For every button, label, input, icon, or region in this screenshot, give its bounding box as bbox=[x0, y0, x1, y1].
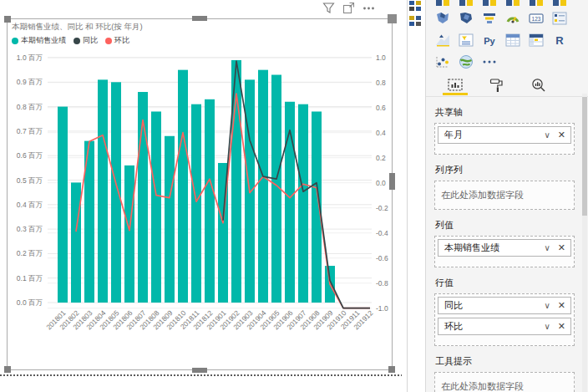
collapsed-pane-strip[interactable] bbox=[408, 0, 425, 392]
combo-chart-plot[interactable]: 1.0 百万0.9 百万0.8 百万0.7 百万0.6 百万0.5 百万0.4 … bbox=[8, 19, 393, 370]
field-pill[interactable]: 同比∨✕ bbox=[438, 297, 571, 314]
gauge-icon[interactable] bbox=[504, 10, 521, 27]
multi-row-card-icon[interactable] bbox=[551, 10, 568, 27]
svg-text:0.2 百万: 0.2 百万 bbox=[17, 249, 43, 257]
svg-text:0.5 百万: 0.5 百万 bbox=[17, 176, 43, 185]
cropped-visual-icon[interactable] bbox=[458, 0, 474, 6]
legend-label: 环比 bbox=[114, 35, 129, 46]
svg-text:-0.6: -0.6 bbox=[376, 254, 388, 262]
combo-chart-visual[interactable]: 1.0 百万0.9 百万0.8 百万0.7 百万0.6 百万0.5 百万0.4 … bbox=[7, 18, 393, 370]
shape-map-icon[interactable] bbox=[458, 10, 474, 27]
resize-handle-bottom-left[interactable] bbox=[4, 366, 11, 373]
svg-text:-0.4: -0.4 bbox=[376, 229, 388, 237]
cropped-visual-icon[interactable] bbox=[434, 0, 451, 6]
resize-handle-top-center[interactable] bbox=[192, 16, 207, 21]
focus-mode-icon[interactable] bbox=[342, 2, 355, 14]
chart-legend: 本期销售业绩同比环比 bbox=[12, 35, 129, 46]
arcgis-map-icon[interactable] bbox=[458, 53, 474, 70]
well-drop-zone[interactable]: 在此处添加数据字段 bbox=[434, 181, 575, 210]
well-label: 列序列 bbox=[435, 164, 575, 176]
gallery-row bbox=[434, 51, 588, 73]
filter-icon[interactable] bbox=[322, 2, 335, 14]
field-pill[interactable]: 环比∨✕ bbox=[438, 318, 571, 335]
cropped-visual-icon[interactable] bbox=[481, 0, 498, 6]
table-icon[interactable] bbox=[504, 32, 521, 48]
collapsed-pane-glyphs bbox=[409, 1, 422, 11]
remove-field-icon[interactable]: ✕ bbox=[558, 300, 565, 311]
field-pill-label: 年月 bbox=[444, 129, 463, 141]
svg-text:0.4: 0.4 bbox=[376, 129, 386, 137]
legend-label: 同比 bbox=[83, 35, 98, 46]
well-drop-zone[interactable]: 同比∨✕环比∨✕ bbox=[434, 293, 575, 346]
resize-handle-bottom-center[interactable] bbox=[192, 368, 207, 373]
field-pill[interactable]: 本期销售业绩∨✕ bbox=[438, 239, 571, 257]
chevron-down-icon[interactable]: ∨ bbox=[544, 322, 550, 331]
well-label: 列值 bbox=[435, 219, 575, 232]
resize-handle-top-left[interactable] bbox=[4, 16, 11, 23]
remove-field-icon[interactable]: ✕ bbox=[558, 242, 565, 253]
filled-map-icon[interactable] bbox=[434, 10, 451, 27]
svg-text:R: R bbox=[555, 34, 564, 47]
cropped-visual-icon[interactable] bbox=[504, 0, 521, 6]
field-pill-label: 环比 bbox=[444, 320, 463, 333]
visual-gallery: 123PyR bbox=[426, 0, 588, 73]
visual-header-toolbar bbox=[322, 2, 375, 14]
more-options-icon[interactable] bbox=[362, 5, 375, 12]
gallery-row-cropped bbox=[434, 0, 588, 8]
remove-field-icon[interactable]: ✕ bbox=[558, 130, 565, 140]
svg-text:0.3 百万: 0.3 百万 bbox=[17, 225, 43, 233]
svg-text:0.6: 0.6 bbox=[376, 104, 386, 112]
well-drop-zone[interactable]: 本期销售业绩∨✕ bbox=[434, 236, 575, 267]
legend-dot bbox=[74, 38, 80, 44]
field-pill-label: 本期销售业绩 bbox=[444, 242, 499, 254]
r-script-icon[interactable]: R bbox=[551, 32, 568, 48]
funnel-icon[interactable] bbox=[481, 10, 498, 27]
paginated-report-icon[interactable] bbox=[434, 53, 451, 70]
tab-format[interactable] bbox=[486, 77, 508, 94]
more-visuals-icon[interactable] bbox=[481, 53, 498, 70]
chevron-down-icon[interactable]: ∨ bbox=[544, 130, 550, 140]
pane-scrollbar[interactable] bbox=[582, 94, 587, 392]
well-label: 工具提示 bbox=[435, 355, 575, 368]
report-canvas[interactable]: 1.0 百万0.9 百万0.8 百万0.7 百万0.6 百万0.5 百万0.4 … bbox=[0, 0, 408, 392]
svg-text:0.9 百万: 0.9 百万 bbox=[17, 78, 43, 86]
svg-text:0.6 百万: 0.6 百万 bbox=[17, 151, 43, 160]
legend-item[interactable]: 本期销售业绩 bbox=[12, 35, 66, 46]
cropped-visual-icon[interactable] bbox=[528, 0, 545, 6]
gallery-row: 123 bbox=[434, 8, 588, 29]
svg-text:0.0: 0.0 bbox=[376, 179, 386, 187]
chevron-down-icon[interactable]: ∨ bbox=[544, 301, 550, 310]
tab-fields[interactable] bbox=[444, 77, 466, 94]
resize-handle-top-right[interactable] bbox=[388, 14, 397, 23]
remove-field-icon[interactable]: ✕ bbox=[558, 321, 565, 332]
powerbi-window: 1.0 百万0.9 百万0.8 百万0.7 百万0.6 百万0.5 百万0.4 … bbox=[0, 0, 588, 392]
well-drop-zone[interactable]: 在此处添加数据字段 bbox=[434, 372, 575, 392]
chevron-down-icon[interactable]: ∨ bbox=[544, 243, 550, 252]
well-label: 行值 bbox=[435, 277, 575, 289]
legend-item[interactable]: 同比 bbox=[74, 35, 98, 46]
legend-item[interactable]: 环比 bbox=[105, 35, 129, 46]
page-boundary-dotted-line bbox=[0, 374, 402, 376]
resize-handle-right-middle[interactable] bbox=[389, 173, 395, 190]
svg-text:-0.2: -0.2 bbox=[376, 204, 388, 212]
svg-text:0.7 百万: 0.7 百万 bbox=[17, 127, 43, 135]
resize-handle-bottom-right[interactable] bbox=[388, 366, 395, 373]
kpi-icon[interactable] bbox=[434, 32, 451, 48]
well-drop-zone[interactable]: 年月∨✕ bbox=[434, 123, 575, 155]
well-placeholder: 在此处添加数据字段 bbox=[438, 375, 571, 392]
field-pill[interactable]: 年月∨✕ bbox=[438, 126, 571, 144]
python-visual-icon[interactable]: Py bbox=[481, 32, 498, 48]
cropped-visual-icon[interactable] bbox=[551, 0, 568, 6]
tab-analytics[interactable] bbox=[528, 77, 550, 94]
pane-tabs bbox=[426, 73, 588, 94]
legend-dot bbox=[105, 38, 112, 44]
field-pill-label: 同比 bbox=[444, 299, 463, 312]
svg-text:-1.0: -1.0 bbox=[376, 304, 388, 313]
slicer-icon[interactable] bbox=[458, 32, 474, 48]
chart-title: 本期销售业绩、同比 和 环比(按 年月) bbox=[12, 22, 143, 33]
svg-text:0.4 百万: 0.4 百万 bbox=[17, 201, 43, 209]
svg-text:0.0 百万: 0.0 百万 bbox=[17, 298, 43, 307]
pane-scrollbar-thumb[interactable] bbox=[582, 97, 587, 216]
matrix-icon[interactable] bbox=[528, 32, 545, 48]
card-icon[interactable]: 123 bbox=[528, 10, 545, 27]
